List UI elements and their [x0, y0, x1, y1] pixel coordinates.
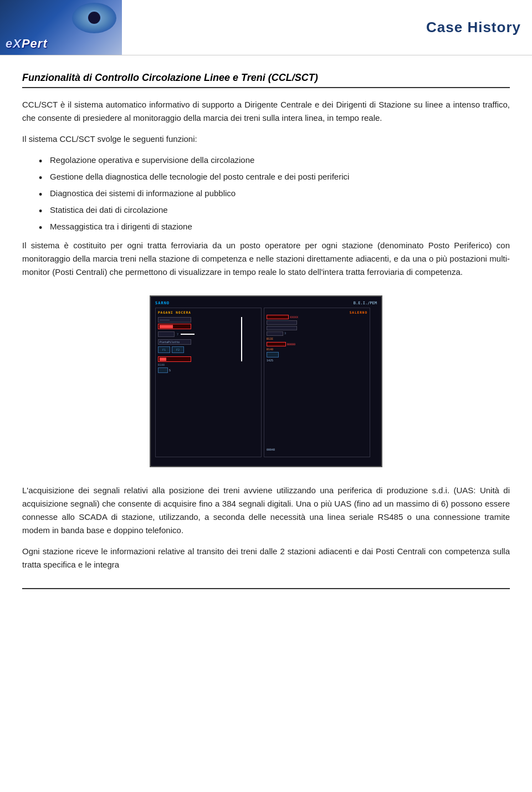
logo-eye-pupil: [86, 10, 102, 25]
scada-lower-block-red: ████: [158, 356, 191, 362]
logo-pert: Pert: [22, 37, 48, 50]
logo-background: eXPert: [0, 0, 122, 55]
main-content: Funzionalità di Controllo Circolazione L…: [0, 55, 532, 606]
logo-text: eXPert: [6, 37, 48, 51]
header-title-area: Case History: [122, 19, 532, 36]
scada-main-area: PAGANI NOCERA —————— ████████: [155, 308, 377, 457]
scada-block-red: ████████: [158, 324, 191, 329]
scada-small-btn: [158, 367, 168, 373]
paragraph2: Il sistema è costituito per ogni tratta …: [22, 239, 510, 279]
intro-paragraph: CCL/SCT è il sistema automatico informat…: [22, 98, 510, 125]
scada-block: ——————: [158, 317, 191, 323]
scada-vertical-line: [241, 317, 242, 361]
list-item: Diagnostica dei sistemi di informazione …: [39, 187, 510, 200]
functions-list: Regolazione operativa e supervisione del…: [39, 154, 510, 233]
scada-btn-1: F1: [158, 346, 170, 353]
scada-right-section: XXXXX 3 B1IE: [267, 315, 367, 362]
list-item: Messaggistica tra i dirigenti di stazion…: [39, 220, 510, 233]
scada-top-bar: SARNO B.E.I./PEM: [155, 301, 377, 305]
scada-r-block-1: [267, 315, 289, 319]
scada-lower-red-text: ████: [160, 357, 166, 361]
page-title: Funzionalità di Controllo Circolazione L…: [22, 72, 510, 88]
scada-r-num-3: B0000: [287, 343, 295, 346]
scada-right-panel: SALERNO XXXXX: [264, 308, 370, 457]
list-item-text: Gestione della diagnostica delle tecnolo…: [50, 172, 349, 181]
scada-small-btn-row: 5: [158, 367, 259, 373]
list-item: Gestione della diagnostica delle tecnolo…: [39, 170, 510, 183]
scada-block-2-text: PietaPilotto: [160, 340, 180, 344]
logo-eye-outer: [72, 3, 116, 33]
list-item: Statistica dei dati di circolazione: [39, 203, 510, 217]
scada-block-red-text: ████████: [160, 325, 173, 328]
scada-track-row: 7: [158, 331, 259, 337]
scada-r-row-4: 3: [267, 331, 367, 336]
list-item: Regolazione operativa e supervisione del…: [39, 154, 510, 167]
scada-r-row-3: [267, 326, 367, 330]
logo-area: eXPert: [0, 0, 122, 55]
scada-r-btn: [267, 352, 279, 357]
scada-right-label-pos: SALERNO: [350, 310, 367, 314]
scada-block-text: ——————: [160, 318, 170, 321]
scada-r-row-1: XXXXX: [267, 315, 367, 319]
list-item-text: Statistica dei dati di circolazione: [50, 205, 168, 214]
scada-left-panel: PAGANI NOCERA —————— ████████: [155, 308, 262, 457]
scada-btn-2-text: F2: [176, 348, 180, 351]
list-item-text: Diagnostica dei sistemi di informazione …: [50, 188, 236, 198]
scada-r-block-4: [267, 331, 283, 336]
logo-eye: [72, 3, 116, 33]
functions-intro: Il sistema CCL/SCT svolge le seguenti fu…: [22, 132, 510, 146]
scada-block-2: PietaPilotto: [158, 339, 191, 345]
scada-lower-area: ████ B100 5: [158, 356, 259, 373]
scada-btn-row: F1 F2: [158, 346, 259, 353]
scada-mini-block: [158, 331, 175, 337]
scada-r-num-2: 3: [284, 331, 286, 336]
case-history-title: Case History: [426, 19, 521, 36]
list-item-text: Regolazione operativa e supervisione del…: [50, 155, 254, 165]
logo-ex: eX: [6, 37, 22, 50]
page-header: eXPert Case History: [0, 0, 532, 55]
scada-small-num: 5: [169, 369, 171, 372]
scada-bottom-num: 00048: [267, 448, 275, 451]
scada-track-area: —————— ████████ 7 PietaPilot: [158, 317, 259, 373]
scada-r-block-2: [267, 320, 297, 325]
scada-btn-2: F2: [172, 346, 184, 353]
list-item-text: Messaggistica tra i dirigenti di stazion…: [50, 222, 192, 231]
scada-top-left-label: SARNO: [155, 301, 170, 305]
scada-r-row-5: B0000: [267, 342, 367, 346]
scada-r-block-3: [267, 326, 297, 330]
scada-r-num-1425: 1425: [267, 359, 367, 362]
paragraph4: Ogni stazione riceve le informazioni rel…: [22, 545, 510, 571]
scada-r-row-2: [267, 320, 367, 325]
scada-r-row-6: [267, 352, 367, 357]
scada-left-label: PAGANI NOCERA: [158, 310, 259, 314]
scada-r-num-1: XXXXX: [290, 315, 298, 319]
footer-line: [22, 588, 510, 589]
scada-r-label-b140: B140: [267, 348, 367, 351]
scada-r-block-5: [267, 342, 286, 346]
scada-screen: SARNO B.E.I./PEM PAGANI NOCERA ——————: [151, 297, 381, 466]
scada-mini-label: 7: [177, 333, 178, 336]
screenshot-container: SARNO B.E.I./PEM PAGANI NOCERA ——————: [22, 295, 510, 467]
scada-b100-label: B100: [158, 363, 259, 366]
scada-btn-1-text: F1: [162, 348, 166, 351]
scada-top-right-label: B.E.I./PEM: [354, 301, 377, 305]
paragraph3: L'acquisizione dei segnali relativi alla…: [22, 484, 510, 537]
scada-track-seg: [181, 334, 195, 335]
scada-screenshot: SARNO B.E.I./PEM PAGANI NOCERA ——————: [150, 295, 382, 467]
scada-r-label-b1ie: B1IE: [267, 337, 367, 340]
